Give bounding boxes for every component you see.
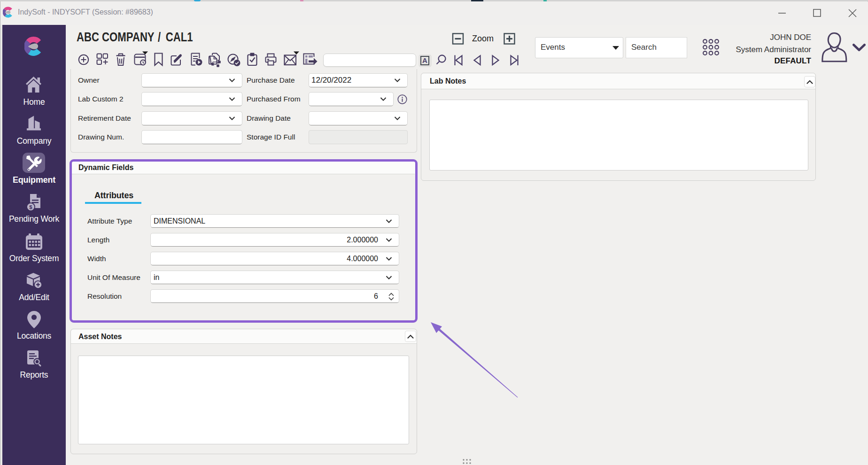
svg-text:$: $ bbox=[29, 204, 32, 210]
